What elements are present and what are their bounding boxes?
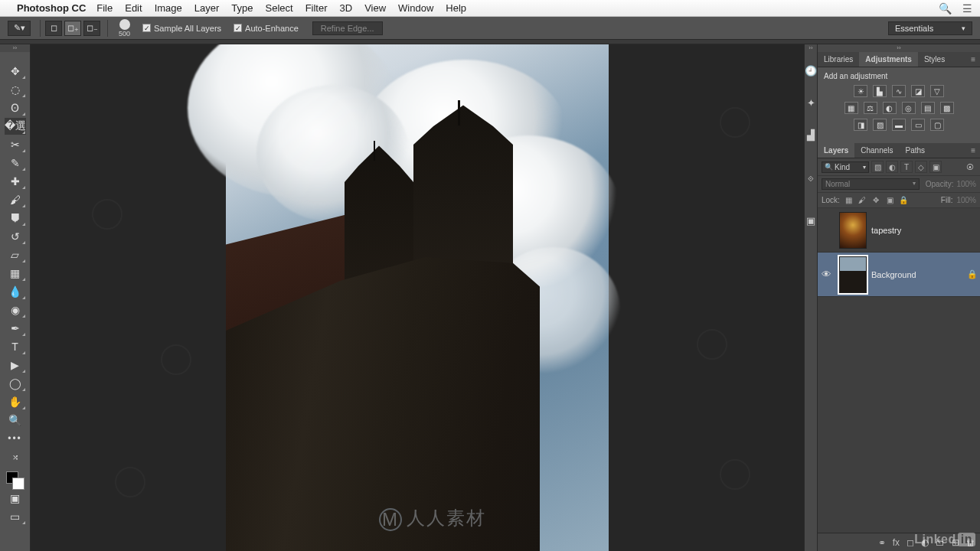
sample-all-layers-checkbox[interactable]: ✓ Sample All Layers [142, 24, 221, 33]
eyedropper-tool[interactable]: ✎ [5, 155, 26, 171]
invert-icon[interactable]: ◨ [854, 119, 867, 131]
tab-channels[interactable]: Channels [854, 143, 899, 158]
menu-image[interactable]: Image [155, 2, 182, 14]
layer-row[interactable]: tapestry [818, 208, 980, 253]
menu-3d[interactable]: 3D [340, 2, 353, 14]
channel-mixer-icon[interactable]: ▤ [921, 102, 935, 114]
zoom-tool[interactable]: 🔍 [5, 412, 26, 429]
tab-libraries[interactable]: Libraries [818, 52, 859, 67]
tab-layers[interactable]: Layers [818, 143, 854, 158]
blur-tool[interactable]: 💧 [5, 283, 26, 300]
quick-mask-toggle[interactable]: ▣ [5, 490, 26, 507]
filter-toggle-icon[interactable]: ⦿ [964, 161, 976, 173]
selection-subtract-icon[interactable]: ◻₋ [83, 21, 100, 36]
vibrance-icon[interactable]: ▽ [930, 85, 944, 97]
layer-name[interactable]: Background [871, 270, 965, 279]
panel-menu-icon[interactable]: ≡ [966, 143, 980, 158]
layer-row[interactable]: 👁 Background 🔒 [818, 253, 980, 297]
menu-help[interactable]: Help [446, 2, 466, 14]
eraser-tool[interactable]: ▱ [5, 246, 26, 263]
spotlight-icon[interactable]: 🔍 [939, 2, 952, 15]
color-balance-icon[interactable]: ⚖ [864, 102, 877, 114]
menu-view[interactable]: View [364, 2, 386, 14]
swap-colors-icon[interactable]: ⤭ [5, 448, 26, 465]
layer-name[interactable]: tapestry [871, 226, 965, 235]
filter-shape-icon[interactable]: ◇ [915, 161, 927, 173]
strip-collapse-handle[interactable]: ›› [805, 44, 817, 52]
link-layers-icon[interactable]: ⚭ [878, 537, 886, 548]
hue-sat-icon[interactable]: ▦ [844, 102, 858, 114]
menu-list-icon[interactable]: ☰ [962, 2, 972, 15]
histogram-panel-icon[interactable]: ▟ [805, 121, 817, 148]
lock-image-icon[interactable]: 🖌 [858, 195, 867, 205]
filter-adjust-icon[interactable]: ◐ [886, 161, 898, 173]
crop-tool[interactable]: ✂ [5, 136, 26, 153]
layer-thumbnail[interactable] [839, 212, 867, 249]
filter-smart-icon[interactable]: ▣ [929, 161, 942, 173]
info-panel-icon[interactable]: ▣ [805, 207, 817, 234]
current-tool-preset[interactable]: ✎▾ [8, 21, 31, 36]
gradient-tool[interactable]: ▦ [5, 265, 26, 282]
screen-mode-toggle[interactable]: ▭ [5, 508, 26, 525]
curves-icon[interactable]: ∿ [892, 85, 906, 97]
edit-toolbar[interactable]: ••• [5, 430, 26, 447]
marquee-tool[interactable]: ◌ [5, 81, 26, 98]
pen-tool[interactable]: ✒ [5, 320, 26, 337]
brush-tool[interactable]: 🖌 [5, 191, 26, 208]
levels-icon[interactable]: ▙ [873, 85, 887, 97]
filter-pixel-icon[interactable]: ▧ [871, 161, 884, 173]
refine-edge-button[interactable]: Refine Edge... [312, 21, 383, 35]
layer-lock-icon[interactable]: 🔒 [965, 269, 980, 279]
threshold-icon[interactable]: ▬ [892, 119, 906, 131]
exposure-icon[interactable]: ◪ [911, 85, 925, 97]
lock-transparency-icon[interactable]: ▦ [844, 195, 854, 205]
tools-expand-handle[interactable]: ›› [0, 44, 30, 52]
black-white-icon[interactable]: ◐ [883, 102, 897, 114]
history-panel-icon[interactable]: 🕘 [805, 57, 817, 84]
stamp-tool[interactable]: ⛊ [5, 210, 26, 227]
history-brush-tool[interactable]: ↺ [5, 228, 26, 245]
fill-value[interactable]: 100% [956, 196, 976, 204]
lock-artboard-icon[interactable]: ▣ [885, 195, 895, 205]
layer-style-icon[interactable]: fx [893, 537, 900, 548]
selection-new-icon[interactable]: ◻ [45, 21, 62, 36]
color-swatches[interactable] [6, 471, 24, 490]
lasso-tool[interactable]: ʘ [5, 99, 26, 116]
color-lookup-icon[interactable]: ▩ [940, 102, 954, 114]
hand-tool[interactable]: ✋ [5, 393, 26, 410]
app-name[interactable]: Photoshop CC [17, 2, 86, 14]
menu-edit[interactable]: Edit [125, 2, 142, 14]
layer-mask-icon[interactable]: ◻ [906, 537, 914, 548]
tab-adjustments[interactable]: Adjustments [859, 52, 918, 67]
panel-menu-icon[interactable]: ≡ [966, 52, 980, 67]
menu-select[interactable]: Select [265, 2, 292, 14]
menu-file[interactable]: File [96, 2, 113, 14]
dodge-tool[interactable]: ◉ [5, 302, 26, 318]
posterize-icon[interactable]: ▨ [873, 119, 887, 131]
filter-type-icon[interactable]: T [900, 161, 913, 173]
blend-mode-select[interactable]: Normal [822, 178, 920, 190]
layer-thumbnail[interactable] [839, 256, 867, 293]
brightness-contrast-icon[interactable]: ☀ [854, 85, 867, 97]
tab-paths[interactable]: Paths [900, 143, 932, 158]
gradient-map-icon[interactable]: ▭ [911, 119, 925, 131]
menu-type[interactable]: Type [231, 2, 253, 14]
lock-all-icon[interactable]: 🔒 [899, 195, 909, 205]
canvas[interactable]: M人人素材 [226, 44, 609, 551]
menu-filter[interactable]: Filter [305, 2, 328, 14]
quick-selection-tool[interactable]: �選 [5, 118, 26, 135]
tab-styles[interactable]: Styles [918, 52, 951, 67]
layer-visibility-toggle[interactable]: 👁 [818, 269, 835, 280]
selection-add-icon[interactable]: ◻₊ [64, 21, 81, 36]
photo-filter-icon[interactable]: ◎ [902, 102, 916, 114]
move-tool[interactable]: ✥ [5, 63, 26, 80]
menu-window[interactable]: Window [398, 2, 433, 14]
healing-tool[interactable]: ✚ [5, 173, 26, 190]
auto-enhance-checkbox[interactable]: ✓ Auto-Enhance [234, 24, 299, 33]
panels-collapse-handle[interactable]: ›› [818, 44, 980, 52]
shape-tool[interactable]: ◯ [5, 375, 26, 392]
properties-panel-icon[interactable]: ⟐ [805, 164, 817, 191]
lock-position-icon[interactable]: ✥ [871, 195, 881, 205]
brush-preview[interactable]: 500 [119, 19, 130, 37]
selective-color-icon[interactable]: ▢ [930, 119, 944, 131]
